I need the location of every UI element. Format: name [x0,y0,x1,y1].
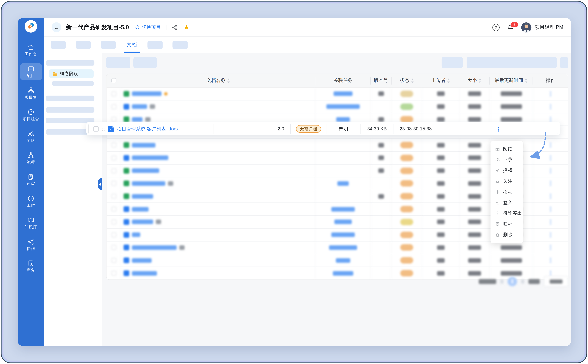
menu-item-下载[interactable]: 下载 [491,154,523,165]
more-actions-icon[interactable] [550,143,551,148]
page-size-select[interactable] [544,276,568,287]
tab-placeholder[interactable] [173,41,188,49]
sort-icon[interactable] [411,78,414,83]
more-actions-icon[interactable] [550,156,551,161]
sort-icon[interactable] [227,78,230,83]
tab-placeholder[interactable] [148,41,163,49]
document-name-redacted[interactable] [132,271,157,275]
sidebar-item-workflow[interactable]: 流程 [20,150,42,167]
panel-collapse-handle[interactable] [98,178,102,190]
more-actions-icon[interactable] [550,220,551,224]
table-row[interactable] [107,88,568,100]
column-header-status[interactable]: 状态 [392,77,422,84]
document-name-redacted[interactable] [132,168,159,173]
folder-item-concept-stage[interactable]: 概念阶段 [49,70,94,78]
task-link-redacted[interactable] [331,207,355,211]
row-checkbox[interactable] [93,126,98,132]
row-checkbox[interactable] [111,220,116,224]
task-link-redacted[interactable] [334,220,352,224]
document-name-redacted[interactable] [132,143,155,147]
more-actions-icon[interactable] [550,232,551,237]
more-actions-icon[interactable] [550,117,551,122]
row-checkbox[interactable] [111,207,116,212]
column-header-up[interactable]: 上传者 [422,77,459,84]
task-link-redacted[interactable] [337,181,349,186]
more-actions-icon[interactable] [550,207,551,212]
document-name-redacted[interactable] [132,207,149,211]
task-link-redacted[interactable] [336,258,350,263]
sidebar-item-portfolio[interactable]: 项目组合 [20,107,42,123]
column-header-name[interactable]: 文档名称 [121,77,315,84]
user-name[interactable]: 项目经理 PM [535,24,563,31]
sort-icon[interactable] [478,78,481,83]
document-name-redacted[interactable] [132,233,140,237]
row-checkbox[interactable] [111,271,116,276]
tab-placeholder[interactable] [51,41,66,49]
menu-item-签入[interactable]: 签入 [491,197,523,208]
row-checkbox[interactable] [111,232,116,237]
document-name-redacted[interactable] [132,181,165,186]
document-name-redacted[interactable] [132,220,153,224]
table-row[interactable] [107,100,568,113]
row-checkbox[interactable] [111,168,116,173]
sidebar-item-project[interactable]: 项目 [20,63,42,80]
select-all-checkbox[interactable] [111,78,116,83]
document-name-redacted[interactable] [132,194,153,199]
sidebar-item-hours[interactable]: 工时 [20,193,42,210]
row-checkbox[interactable] [111,117,116,122]
sidebar-item-workbench[interactable]: 工作台 [20,42,42,58]
document-name-redacted[interactable] [132,91,162,96]
row-checkbox[interactable] [111,143,116,148]
notification-bell-icon[interactable]: 5 [507,24,514,31]
task-link-redacted[interactable] [333,271,353,275]
menu-item-归档[interactable]: 归档 [491,219,523,230]
menu-item-阅读[interactable]: 阅读 [491,144,523,155]
document-name-redacted[interactable] [132,104,147,109]
task-link-redacted[interactable] [336,117,350,122]
favorite-star-icon[interactable]: ★ [184,24,189,31]
sidebar-item-project-set[interactable]: 项目集 [20,85,42,102]
row-checkbox[interactable] [111,194,116,199]
prev-page-icon[interactable] [500,279,503,283]
more-actions-icon[interactable] [550,168,551,173]
document-name-link[interactable]: 项目管理系统-客户列表 .docx [117,126,178,132]
drag-handle-icon[interactable] [102,126,105,131]
document-name-redacted[interactable] [132,245,177,250]
menu-item-撤销签出[interactable]: 撤销签出 [491,208,523,219]
sort-icon[interactable] [447,78,450,83]
row-checkbox[interactable] [111,181,116,186]
next-page-icon[interactable] [521,279,524,283]
more-actions-icon[interactable] [550,258,551,263]
more-actions-icon[interactable] [550,271,551,276]
more-actions-icon[interactable] [550,104,551,109]
menu-item-移动[interactable]: 移动 [491,187,523,197]
row-checkbox[interactable] [111,104,116,109]
more-actions-icon[interactable] [550,194,551,199]
tab-documents[interactable]: 文档 [126,37,138,53]
sidebar-item-review[interactable]: 评审 [20,171,42,188]
help-icon[interactable]: ? [492,24,500,31]
column-header-date[interactable]: 最后更新时间 [490,77,533,84]
sidebar-item-business[interactable]: 商务 [20,258,42,274]
menu-item-关注[interactable]: 关注 [491,176,523,187]
table-row[interactable] [107,254,568,267]
more-actions-icon[interactable] [498,126,499,131]
tab-placeholder[interactable] [76,41,91,49]
sort-icon[interactable] [525,78,528,83]
back-button[interactable]: ← [52,22,61,32]
column-header-size[interactable]: 大小 [459,77,490,84]
menu-item-删除[interactable]: 删除 [491,229,523,240]
row-checkbox[interactable] [111,156,116,161]
task-link-redacted[interactable] [326,104,360,109]
task-link-redacted[interactable] [331,233,355,237]
row-checkbox[interactable] [111,245,116,250]
menu-item-授权[interactable]: 授权 [491,165,523,176]
row-checkbox[interactable] [111,258,116,263]
document-name-redacted[interactable] [132,258,152,263]
document-name-redacted[interactable] [132,117,142,122]
more-actions-icon[interactable] [550,181,551,186]
share-icon[interactable] [172,24,178,30]
more-actions-icon[interactable] [550,91,551,96]
switch-project-button[interactable]: 切换项目 [135,24,161,31]
task-link-redacted[interactable] [333,91,352,96]
